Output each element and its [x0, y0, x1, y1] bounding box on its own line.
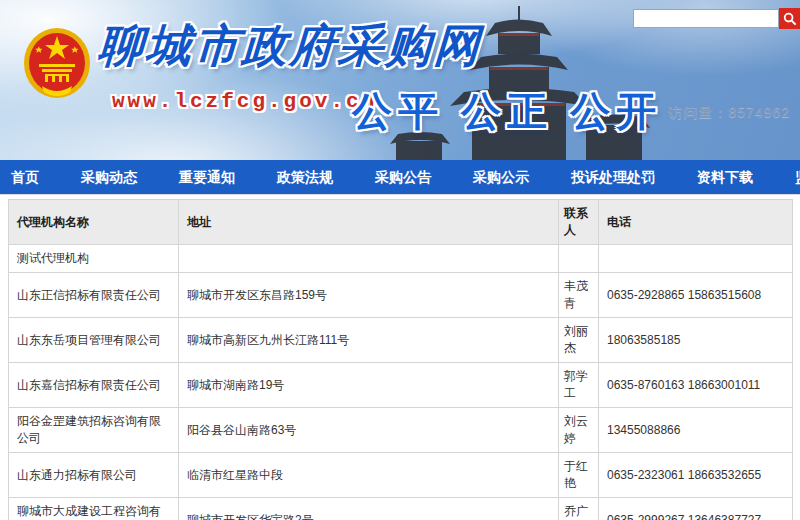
- column-header-2: 联系人: [559, 200, 599, 245]
- agency-name-cell: 聊城市大成建设工程咨询有限公司: [9, 498, 179, 520]
- nav-item-6[interactable]: 投诉处理处罚: [550, 160, 676, 194]
- site-title: 聊城市政府采购网: [96, 16, 483, 76]
- national-emblem-icon: [22, 26, 92, 100]
- agency-name-cell: 阳谷金罡建筑招标咨询有限公司: [9, 408, 179, 453]
- agency-name-cell: 山东通力招标有限公司: [9, 453, 179, 498]
- nav-item-8[interactable]: 监督管理平台: [774, 160, 800, 194]
- slogan: 公平 公正 公开: [352, 84, 662, 139]
- table-row: 山东通力招标有限公司 临清市红星路中段 于红艳 0635-2323061 186…: [9, 453, 793, 498]
- phone-cell: [599, 245, 793, 273]
- visit-label: 访问量：: [668, 104, 728, 120]
- phone-cell: 0635-8760163 18663001011: [599, 363, 793, 408]
- agency-name-cell: 山东嘉信招标有限责任公司: [9, 363, 179, 408]
- main-nav: 首页采购动态重要通知政策法规采购公告采购公示投诉处理处罚资料下载监督管理平台: [0, 160, 800, 195]
- agency-name-cell: 山东东岳项目管理有限公司: [9, 318, 179, 363]
- nav-item-0[interactable]: 首页: [0, 160, 60, 194]
- column-header-0: 代理机构名称: [9, 200, 179, 245]
- nav-item-4[interactable]: 采购公告: [354, 160, 452, 194]
- agency-address-cell: 聊城市高新区九州长江路111号: [179, 318, 559, 363]
- contact-person-cell: 于红艳: [559, 453, 599, 498]
- phone-cell: 0635-2999267 13646387727: [599, 498, 793, 520]
- visit-count: 8574962: [728, 104, 790, 120]
- agency-address-cell: 聊城市开发区华宇路2号: [179, 498, 559, 520]
- phone-cell: 18063585185: [599, 318, 793, 363]
- agency-table: 代理机构名称地址联系人电话 测试代理机构 山东正信招标有限责任公司 聊城市开发区…: [8, 199, 793, 520]
- column-header-1: 地址: [179, 200, 559, 245]
- page: 聊城市政府采购网 www.lczfcg.gov.cn 公平 公正 公开 访问量：…: [0, 0, 800, 520]
- nav-item-2[interactable]: 重要通知: [158, 160, 256, 194]
- contact-person-cell: 刘云婷: [559, 408, 599, 453]
- search-icon: [783, 12, 797, 26]
- contact-person-cell: [559, 245, 599, 273]
- agency-name-cell: 测试代理机构: [9, 245, 179, 273]
- contact-person-cell: 乔广新: [559, 498, 599, 520]
- contact-person-cell: 郭学工: [559, 363, 599, 408]
- search-input[interactable]: [633, 9, 779, 28]
- nav-item-1[interactable]: 采购动态: [60, 160, 158, 194]
- phone-cell: 0635-2323061 18663532655: [599, 453, 793, 498]
- agency-list-section: 代理机构名称地址联系人电话 测试代理机构 山东正信招标有限责任公司 聊城市开发区…: [0, 195, 800, 520]
- site-header: 聊城市政府采购网 www.lczfcg.gov.cn 公平 公正 公开 访问量：…: [0, 0, 800, 160]
- agency-name-cell: 山东正信招标有限责任公司: [9, 273, 179, 318]
- nav-item-3[interactable]: 政策法规: [256, 160, 354, 194]
- column-header-3: 电话: [599, 200, 793, 245]
- phone-cell: 13455088866: [599, 408, 793, 453]
- table-header-row: 代理机构名称地址联系人电话: [9, 200, 793, 245]
- table-row: 测试代理机构: [9, 245, 793, 273]
- contact-person-cell: 刘丽杰: [559, 318, 599, 363]
- table-row: 阳谷金罡建筑招标咨询有限公司 阳谷县谷山南路63号 刘云婷 1345508886…: [9, 408, 793, 453]
- agency-address-cell: 聊城市开发区东昌路159号: [179, 273, 559, 318]
- search-button[interactable]: [779, 8, 800, 29]
- phone-cell: 0635-2928865 15863515608: [599, 273, 793, 318]
- table-row: 山东嘉信招标有限责任公司 聊城市湖南路19号 郭学工 0635-8760163 …: [9, 363, 793, 408]
- visit-counter: 访问量：8574962: [668, 104, 790, 122]
- contact-person-cell: 丰茂青: [559, 273, 599, 318]
- agency-address-cell: 聊城市湖南路19号: [179, 363, 559, 408]
- agency-address-cell: [179, 245, 559, 273]
- search-area: [633, 8, 800, 29]
- nav-item-7[interactable]: 资料下载: [676, 160, 774, 194]
- nav-item-5[interactable]: 采购公示: [452, 160, 550, 194]
- agency-address-cell: 阳谷县谷山南路63号: [179, 408, 559, 453]
- table-row: 山东正信招标有限责任公司 聊城市开发区东昌路159号 丰茂青 0635-2928…: [9, 273, 793, 318]
- table-row: 聊城市大成建设工程咨询有限公司 聊城市开发区华宇路2号 乔广新 0635-299…: [9, 498, 793, 520]
- table-row: 山东东岳项目管理有限公司 聊城市高新区九州长江路111号 刘丽杰 1806358…: [9, 318, 793, 363]
- agency-address-cell: 临清市红星路中段: [179, 453, 559, 498]
